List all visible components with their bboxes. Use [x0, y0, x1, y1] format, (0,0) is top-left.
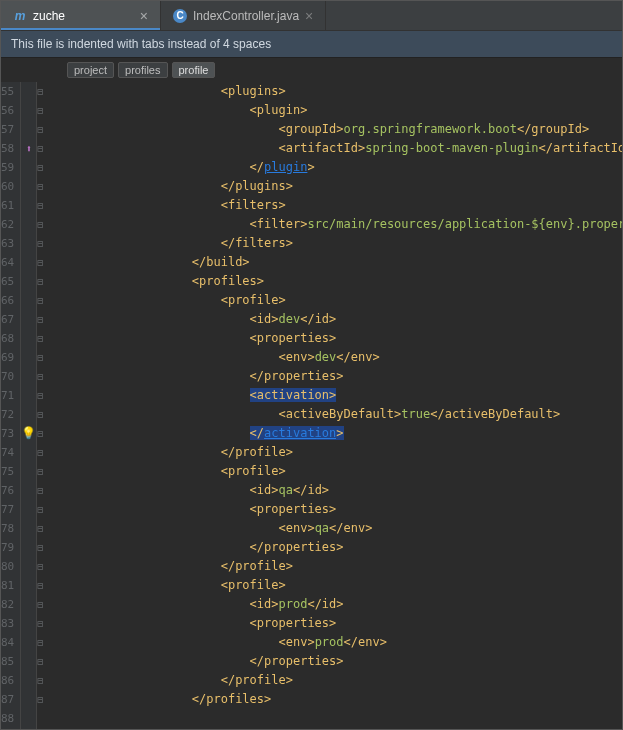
tab-zuche[interactable]: mzuche×	[1, 1, 161, 30]
code-line[interactable]: </build>	[47, 253, 622, 272]
code-line[interactable]: <activeByDefault>true</activeByDefault>	[47, 405, 622, 424]
code-line[interactable]: <groupId>org.springframework.boot</group…	[47, 120, 622, 139]
code-line[interactable]: <id>prod</id>	[47, 595, 622, 614]
close-icon[interactable]: ×	[140, 8, 148, 24]
tab-label: IndexController.java	[193, 9, 299, 23]
code-line[interactable]: <filter>src/main/resources/application-$…	[47, 215, 622, 234]
code-line[interactable]: </plugin>	[47, 158, 622, 177]
editor-window: mzuche×CIndexController.java× This file …	[0, 0, 623, 730]
code-line[interactable]: <profiles>	[47, 272, 622, 291]
code-line[interactable]: </profile>	[47, 557, 622, 576]
tab-label: zuche	[33, 9, 65, 23]
code-line[interactable]: </properties>	[47, 367, 622, 386]
code-line[interactable]: <id>dev</id>	[47, 310, 622, 329]
code-line[interactable]: </plugins>	[47, 177, 622, 196]
override-icon[interactable]: ⬆	[26, 143, 32, 154]
code-line[interactable]: <profile>	[47, 291, 622, 310]
code-line[interactable]: <activation>	[47, 386, 622, 405]
code-line[interactable]: </profile>	[47, 671, 622, 690]
code-line[interactable]: <artifactId>spring-boot-maven-plugin</ar…	[47, 139, 622, 158]
code-line[interactable]: <filters>	[47, 196, 622, 215]
code-line[interactable]: <env>prod</env>	[47, 633, 622, 652]
breadcrumb-profile[interactable]: profile	[172, 62, 216, 78]
intention-bulb-icon[interactable]: 💡	[21, 426, 36, 440]
close-icon[interactable]: ×	[305, 8, 313, 24]
code-line[interactable]: <id>qa</id>	[47, 481, 622, 500]
code-line[interactable]: <properties>	[47, 329, 622, 348]
code-area[interactable]: <plugins> <plugin> <groupId>org.springfr…	[43, 82, 622, 729]
code-line[interactable]: <env>qa</env>	[47, 519, 622, 538]
file-type-icon: m	[13, 9, 27, 23]
code-line[interactable]: </profiles>	[47, 690, 622, 709]
code-line[interactable]: </filters>	[47, 234, 622, 253]
code-line[interactable]: <plugin>	[47, 101, 622, 120]
code-line[interactable]: <plugins>	[47, 82, 622, 101]
breadcrumb-profiles[interactable]: profiles	[118, 62, 167, 78]
code-line[interactable]	[47, 709, 622, 728]
breadcrumb-project[interactable]: project	[67, 62, 114, 78]
code-line[interactable]: <profile>	[47, 462, 622, 481]
code-line[interactable]: <env>dev</env>	[47, 348, 622, 367]
code-line[interactable]: </properties>	[47, 652, 622, 671]
indent-warning-bar[interactable]: This file is indented with tabs instead …	[1, 31, 622, 58]
tab-IndexController-java[interactable]: CIndexController.java×	[161, 1, 326, 30]
file-type-icon: C	[173, 9, 187, 23]
code-line[interactable]: </properties>	[47, 538, 622, 557]
icon-gutter: ⬆💡	[21, 82, 37, 729]
code-line[interactable]: </project>	[47, 728, 622, 729]
code-line[interactable]: </profile>	[47, 443, 622, 462]
code-line[interactable]: <properties>	[47, 614, 622, 633]
code-line[interactable]: <properties>	[47, 500, 622, 519]
code-editor[interactable]: 5556575859606162636465666768697071727374…	[1, 82, 622, 729]
line-number-gutter: 5556575859606162636465666768697071727374…	[1, 82, 21, 729]
code-line[interactable]: <profile>	[47, 576, 622, 595]
breadcrumb: projectprofilesprofile	[61, 58, 622, 82]
tab-bar: mzuche×CIndexController.java×	[1, 1, 622, 31]
code-line[interactable]: </activation>	[47, 424, 622, 443]
